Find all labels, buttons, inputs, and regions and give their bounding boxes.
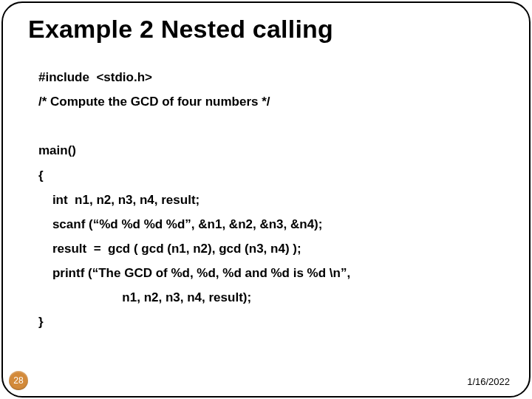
slide-date: 1/16/2022 [467,376,510,387]
slide-title: Example 2 Nested calling [28,15,507,44]
code-line: result = gcd ( gcd (n1, n2), gcd (n3, n4… [38,242,301,256]
code-line: scanf (“%d %d %d %d”, &n1, &n2, &n3, &n4… [38,217,322,231]
code-line: /* Compute the GCD of four numbers */ [38,95,270,109]
code-line: main() [38,143,76,157]
slide-number-badge: 28 [9,371,28,390]
slide-frame: Example 2 Nested calling #include <stdio… [1,1,531,398]
code-line: } [38,315,44,329]
code-line: n1, n2, n3, n4, result); [38,290,251,304]
code-line: #include <stdio.h> [38,70,152,84]
code-line: printf (“The GCD of %d, %d, %d and %d is… [38,266,350,280]
code-block: #include <stdio.h> /* Compute the GCD of… [38,65,507,335]
code-line: { [38,168,44,183]
code-line: int n1, n2, n3, n4, result; [38,193,200,207]
slide-number: 28 [13,375,23,386]
